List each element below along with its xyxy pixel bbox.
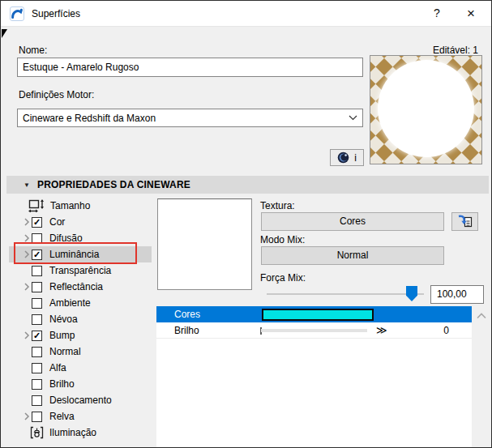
tree-item-nevoa[interactable]: Névoa	[9, 311, 152, 327]
load-texture-button[interactable]	[451, 212, 478, 231]
mix-strength-slider-thumb[interactable]	[406, 286, 417, 301]
surfaces-dialog: Superfícies ? × Nome: Editável: 1 Estuqu…	[0, 0, 492, 448]
channel-row-cores[interactable]: Cores	[156, 306, 472, 322]
tree-item-alfa[interactable]: Alfa	[9, 360, 152, 376]
checkbox-bump[interactable]: ✓	[32, 331, 42, 341]
tree-item-label: Cor	[49, 216, 65, 228]
chevron-down-icon	[349, 115, 357, 121]
checkbox-cor[interactable]: ✓	[32, 217, 42, 228]
checkbox-relva[interactable]	[32, 412, 42, 422]
surface-name-input[interactable]: Estuque - Amarelo Rugoso	[17, 58, 363, 77]
tree-item-normal[interactable]: Normal	[9, 343, 152, 360]
cinema4d-info-button[interactable]: i	[330, 149, 364, 166]
scroll-up-icon[interactable]	[477, 313, 486, 319]
mix-mode-normal-button[interactable]: Normal	[261, 246, 444, 265]
chevron-right-icon[interactable]	[22, 412, 32, 421]
tree-item-label: Ambiente	[49, 297, 91, 309]
checkbox-transparencia[interactable]	[32, 266, 42, 276]
mix-mode-label: Modo Mix:	[260, 234, 305, 245]
panel-collapse-marker[interactable]	[2, 29, 7, 38]
tree-item-label: Brilho	[49, 378, 75, 390]
channel-row-brilho[interactable]: Brilho ≫ 0	[156, 322, 472, 339]
mix-strength-slider-track[interactable]	[267, 293, 424, 295]
size-icon	[28, 199, 45, 212]
table-scrollbar[interactable]	[472, 306, 490, 448]
tree-item-iluminacao[interactable]: Iluminação	[9, 425, 152, 441]
tree-item-label: Alfa	[49, 362, 66, 373]
mix-strength-value-field[interactable]: 100,00	[430, 285, 484, 304]
tree-item-label: Relva	[49, 411, 75, 422]
checkbox-ambiente[interactable]	[32, 298, 42, 309]
annotation-highlight-box	[14, 242, 137, 264]
channel-row-label: Cores	[174, 306, 200, 322]
tree-item-label: Reflectância	[49, 281, 103, 292]
info-glyph: i	[354, 152, 357, 164]
tree-item-label: Névoa	[49, 314, 78, 325]
cinema4d-icon	[337, 151, 349, 164]
tree-item-label: Bump	[49, 330, 75, 341]
engine-label: Definições Motor:	[19, 89, 94, 100]
brilho-value[interactable]: 0	[443, 322, 449, 339]
channel-row-label: Brilho	[174, 322, 199, 339]
slider-expand-icon[interactable]: ≫	[376, 322, 387, 339]
archicad-logo-icon	[10, 6, 24, 21]
name-label: Nome:	[19, 45, 47, 56]
tree-item-deslocamento[interactable]: Deslocamento	[9, 392, 152, 408]
checkbox-deslocamento[interactable]	[32, 395, 42, 406]
tree-item-relva[interactable]: Relva	[9, 408, 152, 425]
tree-item-reflectancia[interactable]: Reflectância	[9, 279, 152, 295]
close-button[interactable]: ×	[454, 1, 488, 26]
checkbox-normal[interactable]	[32, 347, 42, 357]
tree-item-label: Transparência	[49, 265, 111, 276]
tree-item-label: Normal	[49, 346, 81, 357]
preview-sphere	[378, 60, 474, 157]
help-button[interactable]: ?	[420, 1, 454, 26]
checkbox-nevoa[interactable]	[32, 314, 42, 325]
mix-strength-label: Força Mix:	[260, 272, 306, 284]
editable-count: Editável: 1	[433, 45, 478, 56]
tree-item-cor[interactable]: ✓ Cor	[9, 214, 152, 230]
brilho-slider-track[interactable]	[261, 329, 367, 332]
engine-dropdown[interactable]: Cineware e Redshift da Maxon	[17, 109, 363, 127]
texture-label: Textura:	[260, 200, 295, 211]
checkbox-alfa[interactable]	[32, 363, 42, 373]
lighting-icon	[30, 426, 44, 439]
title-bar: Superfícies ? ×	[1, 1, 491, 27]
chevron-right-icon[interactable]	[22, 331, 32, 340]
chevron-right-icon[interactable]	[22, 217, 32, 227]
tree-item-label: Tamanho	[50, 200, 90, 211]
texture-cores-button[interactable]: Cores	[261, 212, 444, 231]
tree-item-ambiente[interactable]: Ambiente	[9, 295, 152, 311]
window-title: Superfícies	[32, 8, 80, 19]
checkbox-brilho[interactable]	[32, 379, 42, 390]
channel-preview-box	[157, 198, 252, 290]
material-render-preview	[370, 55, 482, 164]
tree-item-bump[interactable]: ✓ Bump	[9, 327, 152, 343]
tree-item-brilho[interactable]: Brilho	[9, 376, 152, 392]
load-document-icon	[457, 215, 473, 228]
channel-table: Cores Brilho ≫ 0	[156, 306, 472, 448]
engine-dropdown-value: Cineware e Redshift da Maxon	[23, 113, 349, 124]
checkbox-reflectancia[interactable]	[32, 282, 42, 292]
cineware-section-header[interactable]: ▼ PROPRIEDADES DA CINEWARE	[6, 176, 489, 194]
tree-item-transparencia[interactable]: Transparência	[9, 262, 152, 279]
color-swatch[interactable]	[262, 309, 374, 321]
collapse-triangle-icon: ▼	[24, 181, 30, 189]
section-title: PROPRIEDADES DA CINEWARE	[37, 179, 190, 190]
tree-item-tamanho[interactable]: Tamanho	[9, 198, 152, 214]
tree-item-label: Iluminação	[49, 427, 96, 438]
tree-item-label: Deslocamento	[49, 395, 112, 406]
chevron-right-icon[interactable]	[22, 282, 32, 292]
